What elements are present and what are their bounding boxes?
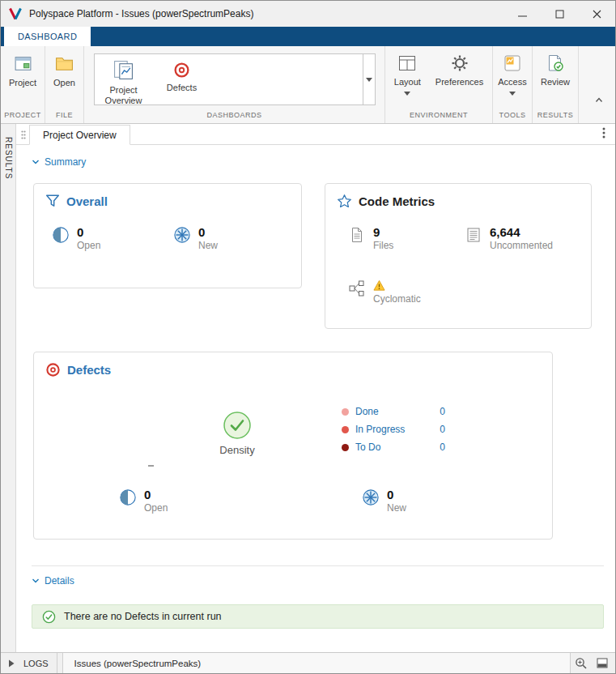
access-dropdown-icon[interactable] bbox=[509, 92, 516, 96]
ribbon-tabstrip: DASHBOARD bbox=[1, 27, 615, 46]
done-value: 0 bbox=[440, 406, 445, 417]
left-rail: RESULTS bbox=[1, 124, 16, 652]
titlebar: Polyspace Platform - Issues (powerSpectr… bbox=[1, 1, 615, 27]
details-section-label: Details bbox=[45, 575, 74, 587]
body-area: RESULTS Project Overview Summary bbox=[1, 124, 615, 652]
in-progress-value: 0 bbox=[440, 424, 445, 435]
overall-open-stat: 0 Open bbox=[52, 226, 100, 251]
chevron-up-icon bbox=[594, 96, 604, 104]
chevron-down-icon bbox=[366, 78, 372, 82]
banner-text: There are no Defects in current run bbox=[64, 611, 222, 622]
cyclomatic-share-icon bbox=[348, 279, 366, 297]
defects-open-value: 0 bbox=[144, 488, 168, 501]
defects-new-value: 0 bbox=[387, 488, 406, 501]
chevron-down-icon bbox=[32, 578, 40, 584]
uncommented-value: 6,644 bbox=[490, 226, 553, 238]
overall-card: Overall 0 Open bbox=[33, 183, 302, 288]
overall-new-label: New bbox=[198, 240, 218, 251]
project-overview-button-label: Project Overview bbox=[100, 85, 147, 106]
uncommented-stat: 6,644 Uncommented bbox=[465, 226, 553, 251]
uncommented-lines-icon bbox=[465, 226, 482, 244]
section-divider bbox=[32, 565, 604, 566]
minimize-button[interactable] bbox=[503, 1, 541, 27]
chevron-down-icon bbox=[32, 159, 40, 165]
preferences-button[interactable]: Preferences bbox=[431, 52, 487, 89]
code-metrics-card: Code Metrics 9 Files bbox=[325, 183, 592, 329]
layout-button[interactable]: Layout bbox=[390, 52, 425, 97]
close-button[interactable] bbox=[578, 1, 615, 27]
overall-funnel-icon bbox=[45, 194, 60, 208]
open-button-label: Open bbox=[53, 78, 75, 88]
logs-tab[interactable]: LOGS bbox=[22, 653, 57, 673]
tab-project-overview[interactable]: Project Overview bbox=[29, 125, 130, 145]
uncommented-label: Uncommented bbox=[490, 240, 553, 251]
ribbon-group-tools: Access TOOLS bbox=[493, 46, 533, 123]
tab-options-kebab-icon[interactable] bbox=[601, 126, 607, 140]
project-button-label: Project bbox=[9, 78, 36, 88]
open-issues-icon bbox=[52, 226, 70, 244]
window-title: Polyspace Platform - Issues (powerSpectr… bbox=[29, 8, 503, 19]
tab-dashboard[interactable]: DASHBOARD bbox=[4, 27, 91, 46]
group-label-file: FILE bbox=[45, 109, 83, 123]
defects-open-stat: 0 Open bbox=[119, 488, 168, 514]
dashboards-gallery: Project Overview Defects bbox=[94, 53, 376, 105]
project-overview-icon bbox=[113, 59, 134, 81]
details-section-toggle[interactable]: Details bbox=[32, 575, 74, 587]
tab-grip-icon[interactable] bbox=[21, 130, 26, 139]
overall-open-label: Open bbox=[77, 240, 100, 251]
document-tabbar: Project Overview bbox=[16, 124, 615, 145]
overall-new-stat: 0 New bbox=[173, 226, 218, 251]
group-label-project: PROJECT bbox=[1, 109, 45, 123]
access-button[interactable]: Access bbox=[494, 52, 530, 97]
ribbon-group-file: Open FILE bbox=[45, 46, 84, 123]
new-issues-icon bbox=[362, 488, 380, 506]
files-label: Files bbox=[373, 240, 393, 251]
summary-section-toggle[interactable]: Summary bbox=[32, 156, 86, 168]
files-icon bbox=[348, 226, 366, 244]
content-area: Project Overview Summary bbox=[16, 124, 615, 652]
overall-card-title: Overall bbox=[66, 194, 108, 208]
defects-new-label: New bbox=[387, 502, 406, 514]
warning-triangle-icon bbox=[373, 279, 421, 292]
project-overview-button[interactable]: Project Overview bbox=[95, 54, 153, 105]
collapse-ribbon-button[interactable] bbox=[593, 94, 605, 105]
cyclomatic-stat: Cyclomatic bbox=[348, 279, 421, 305]
banner-check-icon bbox=[42, 610, 56, 624]
files-stat: 9 Files bbox=[348, 226, 393, 251]
review-button[interactable]: Review bbox=[537, 52, 574, 89]
legend-row-to-do[interactable]: To Do 0 bbox=[342, 442, 445, 453]
group-label-environment: ENVIRONMENT bbox=[385, 109, 492, 123]
dashboards-dropdown-button[interactable] bbox=[363, 54, 375, 105]
minimize-icon bbox=[518, 10, 527, 19]
code-metrics-star-icon bbox=[337, 194, 352, 209]
to-do-value: 0 bbox=[440, 442, 445, 453]
results-rail-tab[interactable]: RESULTS bbox=[4, 132, 13, 186]
panel-restore-icon[interactable] bbox=[595, 656, 610, 670]
zoom-icon[interactable] bbox=[573, 655, 589, 672]
group-label-results: RESULTS bbox=[533, 109, 578, 123]
to-do-dot-icon bbox=[342, 444, 349, 451]
open-button[interactable]: Open bbox=[49, 52, 79, 90]
tab-dashboard-label: DASHBOARD bbox=[18, 32, 77, 41]
review-icon bbox=[546, 53, 565, 73]
close-icon bbox=[593, 10, 601, 19]
legend-row-in-progress[interactable]: In Progress 0 bbox=[342, 424, 445, 435]
access-icon bbox=[503, 53, 522, 73]
dashboard-page: Summary Overall 0 bbox=[16, 145, 615, 652]
preferences-button-label: Preferences bbox=[435, 77, 483, 87]
expand-logs-icon[interactable] bbox=[6, 657, 17, 670]
open-issues-icon bbox=[119, 488, 137, 506]
ribbon-group-results: Review RESULTS bbox=[533, 46, 579, 123]
status-tab-issues[interactable]: Issues (powerSpectrumPeaks) bbox=[62, 653, 571, 673]
project-icon bbox=[13, 53, 33, 74]
defects-dashboard-button-label: Defects bbox=[167, 83, 197, 93]
in-progress-dot-icon bbox=[342, 426, 349, 433]
maximize-button[interactable] bbox=[541, 1, 578, 27]
density-check-icon bbox=[223, 411, 252, 440]
project-button[interactable]: Project bbox=[5, 52, 40, 90]
new-issues-icon bbox=[173, 226, 191, 244]
legend-row-done[interactable]: Done 0 bbox=[342, 406, 445, 417]
defects-dashboard-button[interactable]: Defects bbox=[153, 54, 211, 105]
layout-dropdown-icon[interactable] bbox=[404, 92, 410, 96]
defects-legend: Done 0 In Progress 0 To Do 0 bbox=[342, 406, 445, 453]
